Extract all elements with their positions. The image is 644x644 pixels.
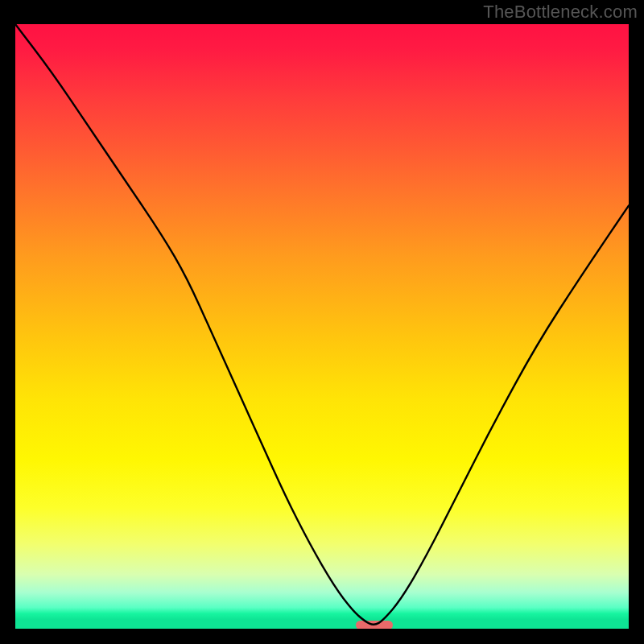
chart-container: { "watermark": "TheBottleneck.com", "cha… — [0, 0, 644, 644]
bottleneck-curve — [15, 24, 629, 629]
curve-path — [15, 24, 629, 625]
watermark-text: TheBottleneck.com — [483, 2, 638, 23]
plot-area — [15, 24, 629, 629]
